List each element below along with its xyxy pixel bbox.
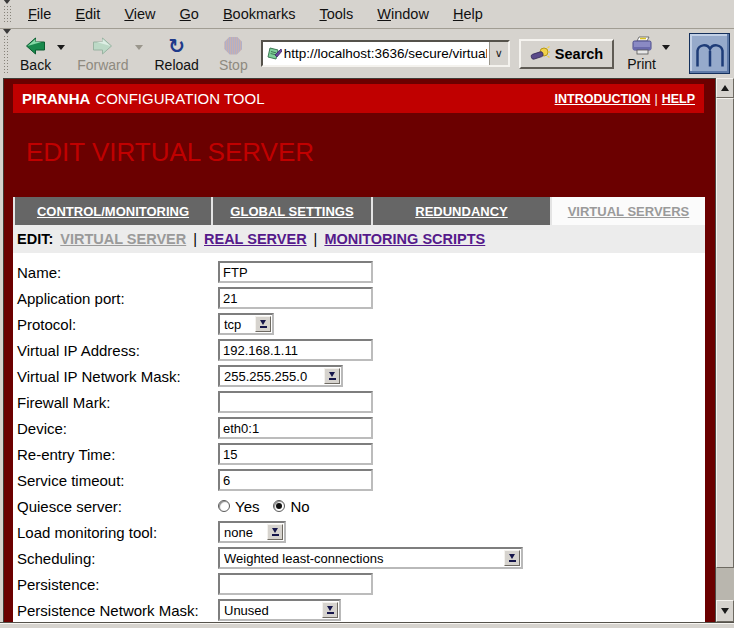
menu-window[interactable]: Window (365, 6, 441, 22)
form-row-persistence: Persistence: (13, 571, 705, 597)
tab-global-settings[interactable]: GLOBAL SETTINGS (213, 197, 371, 225)
form-row-virtual-ip: Virtual IP Address: (13, 337, 705, 363)
brand-name: PIRANHA (22, 90, 90, 107)
scrollbar-up-button[interactable] (716, 78, 734, 98)
page-title: EDIT VIRTUAL SERVER (26, 138, 715, 166)
monitoring-scripts-link[interactable]: MONITORING SCRIPTS (324, 231, 485, 247)
tab-virtual-servers[interactable]: VIRTUAL SERVERS (552, 197, 705, 225)
browser-content-area: PIRANHA CONFIGURATION TOOL INTRODUCTION … (0, 78, 734, 622)
back-label: Back (20, 57, 51, 73)
field-label: Quiesce server: (13, 498, 218, 515)
form-row-name: Name: (13, 259, 705, 285)
dropdown-arrow-icon (504, 550, 520, 566)
application-port-input[interactable] (218, 287, 373, 309)
scrollbar-track[interactable] (716, 568, 734, 600)
scrollbar-down-button[interactable] (716, 600, 734, 622)
load-monitoring-select[interactable]: none (218, 521, 286, 543)
virtual-ip-input[interactable] (218, 339, 373, 361)
menu-bar: File Edit View Go Bookmarks Tools Window… (0, 0, 734, 29)
back-icon (24, 34, 47, 57)
quiesce-no-radio[interactable] (273, 500, 285, 512)
name-input[interactable] (218, 261, 373, 283)
quiesce-yes-label: Yes (235, 498, 259, 515)
virtual-server-form: Name: Application port: Protocol: tcp Vi… (13, 253, 705, 622)
reentry-time-input[interactable] (218, 443, 373, 465)
subnav-separator: | (314, 231, 318, 247)
persistence-netmask-select[interactable]: Unused (218, 599, 341, 621)
url-bar: ∨ (261, 40, 510, 67)
reload-button[interactable]: ↻ Reload (150, 33, 204, 74)
menu-file[interactable]: File (16, 6, 63, 22)
url-history-dropdown-button[interactable]: ∨ (489, 42, 508, 65)
scrollbar-thumb[interactable] (716, 98, 734, 568)
protocol-select[interactable]: tcp (218, 313, 274, 335)
form-row-protocol: Protocol: tcp (13, 311, 705, 337)
form-row-vip-netmask: Virtual IP Network Mask: 255.255.255.0 (13, 363, 705, 389)
reload-icon: ↻ (168, 34, 185, 57)
field-label: Service timeout: (13, 472, 218, 489)
forward-button[interactable]: Forward (72, 33, 133, 74)
chevron-down-icon: ∨ (495, 47, 503, 60)
search-button[interactable]: Search (519, 39, 614, 69)
field-label: Device: (13, 420, 218, 437)
quiesce-yes-radio[interactable] (218, 500, 230, 512)
service-timeout-input[interactable] (218, 469, 373, 491)
field-label: Re-entry Time: (13, 446, 218, 463)
print-label: Print (627, 56, 656, 72)
search-icon (530, 45, 550, 63)
introduction-link[interactable]: INTRODUCTION (555, 92, 651, 106)
form-row-scheduling: Scheduling: Weighted least-connections (13, 545, 705, 571)
subnav-virtual-server-current: VIRTUAL SERVER (60, 231, 186, 247)
dropdown-arrow-icon (322, 602, 338, 618)
header-link-separator: | (654, 92, 657, 106)
toolbar-grip-handle[interactable] (3, 35, 10, 73)
field-label: Scheduling: (13, 550, 218, 567)
real-server-link[interactable]: REAL SERVER (204, 231, 307, 247)
print-dropdown-arrow-icon[interactable] (662, 45, 670, 50)
field-label: Protocol: (13, 316, 218, 333)
forward-icon (91, 34, 114, 57)
forward-dropdown-arrow-icon[interactable] (135, 45, 143, 50)
browser-window: File Edit View Go Bookmarks Tools Window… (0, 0, 734, 628)
menu-bookmarks[interactable]: Bookmarks (211, 6, 308, 22)
form-row-firewall-mark: Firewall Mark: (13, 389, 705, 415)
back-dropdown-arrow-icon[interactable] (57, 45, 65, 50)
print-button[interactable]: Print (627, 35, 656, 72)
firewall-mark-input[interactable] (218, 391, 373, 413)
field-label: Virtual IP Network Mask: (13, 368, 218, 385)
dropdown-arrow-icon (267, 524, 283, 540)
brand-subtitle: CONFIGURATION TOOL (95, 90, 264, 107)
menubar-grip-handle[interactable] (3, 5, 11, 23)
subnav-separator: | (193, 231, 197, 247)
field-label: Persistence: (13, 576, 218, 593)
tab-control-monitoring[interactable]: CONTROL/MONITORING (15, 197, 211, 225)
help-link[interactable]: HELP (662, 92, 695, 106)
vertical-scrollbar (715, 78, 734, 622)
field-label: Name: (13, 264, 218, 281)
scheduling-select[interactable]: Weighted least-connections (218, 547, 523, 569)
stop-button[interactable]: Stop (214, 33, 253, 74)
edit-subnav: EDIT: VIRTUAL SERVER | REAL SERVER | MON… (13, 225, 705, 253)
header-links: INTRODUCTION | HELP (555, 92, 695, 106)
print-icon (629, 35, 655, 56)
mozilla-logo[interactable] (689, 33, 730, 74)
vip-netmask-select[interactable]: 255.255.255.0 (218, 365, 343, 387)
menu-edit[interactable]: Edit (63, 6, 112, 22)
menu-tools[interactable]: Tools (307, 6, 365, 22)
field-label: Application port: (13, 290, 218, 307)
dropdown-arrow-icon (324, 368, 340, 384)
persistence-input[interactable] (218, 573, 373, 595)
back-button[interactable]: Back (15, 33, 56, 74)
form-row-quiesce-server: Quiesce server: Yes No (13, 493, 705, 519)
tab-redundancy[interactable]: REDUNDANCY (373, 197, 550, 225)
menu-view[interactable]: View (112, 6, 167, 22)
tab-bar: CONTROL/MONITORING GLOBAL SETTINGS REDUN… (13, 197, 705, 225)
dropdown-arrow-icon (255, 316, 271, 332)
menu-go[interactable]: Go (168, 6, 211, 22)
device-input[interactable] (218, 417, 373, 439)
url-input[interactable] (282, 42, 489, 65)
reload-label: Reload (155, 57, 199, 73)
stop-label: Stop (219, 57, 248, 73)
menu-help[interactable]: Help (441, 6, 495, 22)
form-row-load-monitoring: Load monitoring tool: none (13, 519, 705, 545)
